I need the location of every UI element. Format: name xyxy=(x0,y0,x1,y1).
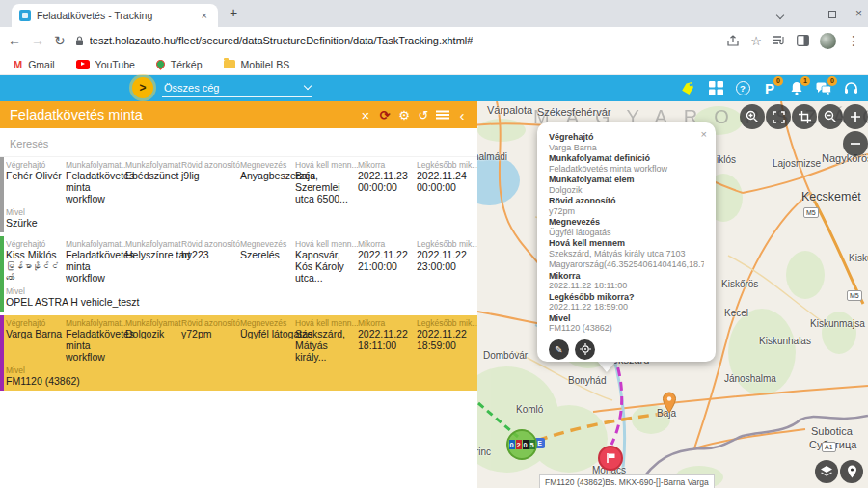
table-row-selected[interactable]: VégrehajtóVarga Barna Munkafolyamat...Fe… xyxy=(0,315,477,391)
reading-list-icon[interactable] xyxy=(773,35,786,46)
bookmarks-bar: M Gmail YouTube Térkép MobileLBS xyxy=(0,54,868,75)
map-label: halmádi xyxy=(477,151,507,162)
back-icon[interactable]: ← xyxy=(8,34,21,47)
panel-collapse-icon[interactable]: ‹ xyxy=(452,108,472,122)
new-tab-button[interactable]: + xyxy=(230,5,237,20)
map-label: Kecskemét xyxy=(801,190,861,203)
status-bar-gray xyxy=(0,157,4,232)
table-row[interactable]: VégrehajtóKiss Miklósမြန်မာနိုင်ငံတော် M… xyxy=(0,236,477,312)
bookmark-gmail[interactable]: M Gmail xyxy=(14,59,55,70)
popup-close-icon[interactable]: × xyxy=(701,128,707,140)
map-label: Jánoshalma xyxy=(724,373,776,384)
folder-icon xyxy=(224,60,235,68)
panel-history-icon[interactable]: ↺ xyxy=(414,109,433,122)
map-label: Kiskunhalas xyxy=(759,336,811,346)
road-badge-m5: M5 xyxy=(803,207,819,218)
notifications-bell-icon[interactable]: 1 xyxy=(787,79,806,98)
map-label: Kecel xyxy=(724,308,748,318)
popup-tail xyxy=(597,361,616,372)
crop-select-button[interactable] xyxy=(792,104,817,129)
address-bar: ← → ↻ teszt.holazauto.hu/fleet/secured/d… xyxy=(0,27,868,54)
zoom-box-out-button[interactable] xyxy=(818,104,843,129)
flag-icon xyxy=(606,452,616,464)
task-location-marker[interactable] xyxy=(598,446,623,471)
map-label: Dombóvár xyxy=(483,350,528,361)
bookmark-youtube[interactable]: YouTube xyxy=(76,59,135,70)
edit-icon: ✎ xyxy=(555,344,562,355)
crosshair-icon xyxy=(580,343,591,355)
map-label: Bonyhád xyxy=(568,375,606,386)
share-icon[interactable] xyxy=(726,35,740,47)
dashboard-grid-icon[interactable] xyxy=(706,79,725,98)
road-badge-m5: M5 xyxy=(847,290,862,301)
map-label: Kiskunmajsa xyxy=(810,318,865,329)
tab-search-icon[interactable] xyxy=(777,5,783,22)
lock-icon xyxy=(75,36,84,46)
map-label: Várpalota xyxy=(487,104,532,116)
map-label: Komló xyxy=(516,404,543,415)
reload-icon[interactable]: ↻ xyxy=(54,34,66,47)
road-badge-a1: A1 xyxy=(822,442,836,452)
browser-tab[interactable]: Feladatkövetés - Tracking × xyxy=(12,4,218,27)
window-minimize-button[interactable]: – xyxy=(802,8,809,19)
tab-strip: Feladatkövetés - Tracking × + – × xyxy=(0,0,868,27)
window-close-button[interactable]: × xyxy=(855,8,862,19)
messages-icon[interactable]: 0 xyxy=(814,79,833,98)
zoom-out-button[interactable] xyxy=(843,131,868,156)
bookmark-star-icon[interactable]: ☆ xyxy=(750,35,762,47)
tab-title: Feladatkövetés - Tracking xyxy=(37,10,193,21)
parking-badge: 0 xyxy=(773,76,783,86)
window-maximize-button[interactable] xyxy=(828,5,836,22)
vehicle-cluster-marker[interactable]: 0 2 0 5 xyxy=(506,429,537,460)
zoom-in-button[interactable] xyxy=(843,104,868,129)
youtube-icon xyxy=(76,60,90,69)
forward-icon: → xyxy=(31,34,44,47)
panel-refresh-icon[interactable]: ⟳ xyxy=(375,109,394,122)
destination-pin-marker[interactable] xyxy=(662,392,677,418)
company-select[interactable]: Összes cég xyxy=(162,78,312,97)
layers-button[interactable] xyxy=(815,460,838,483)
fullscreen-button[interactable] xyxy=(766,104,791,129)
panel-title: Feladatkövetés minta xyxy=(10,107,356,122)
tab-close-icon[interactable]: × xyxy=(199,10,210,22)
messages-badge: 0 xyxy=(827,76,837,86)
headset-icon[interactable] xyxy=(841,79,860,98)
search-input[interactable] xyxy=(8,137,461,150)
gmail-icon: M xyxy=(14,59,22,70)
map-canvas[interactable]: MAGYARORSZÁG Várpalota Székesfehérvár ha… xyxy=(477,101,868,488)
map-label: Kiskőrös xyxy=(721,279,758,289)
map-label: Lajosmizse xyxy=(773,158,821,169)
locate-button[interactable] xyxy=(575,339,595,360)
status-bar-purple xyxy=(0,315,4,391)
url-field[interactable]: teszt.holazauto.hu/fleet/secured/dataStr… xyxy=(75,35,718,46)
panel-header: Feladatkövetés minta × ⟳ ⚙ ↺ ‹ xyxy=(0,101,477,128)
tag-icon[interactable] xyxy=(679,79,698,98)
url-text: teszt.holazauto.hu/fleet/secured/dataStr… xyxy=(90,35,474,46)
location-pin-button[interactable] xyxy=(840,460,863,483)
parking-icon[interactable]: P 0 xyxy=(760,79,779,98)
table-row[interactable]: VégrehajtóFehér Olivér Munkafolyamat...F… xyxy=(0,157,477,232)
status-bar-green xyxy=(0,236,4,312)
zoom-box-in-button[interactable] xyxy=(740,104,765,129)
map-pin-icon xyxy=(154,58,167,70)
bookmark-mobilelbs[interactable]: MobileLBS xyxy=(224,59,290,70)
app-header: > Összes cég ? P 0 xyxy=(0,75,868,101)
profile-avatar[interactable] xyxy=(820,33,836,49)
map-label: iklós xyxy=(717,154,736,165)
task-panel: Feladatkövetés minta × ⟳ ⚙ ↺ ‹ Végrehajt… xyxy=(0,101,477,488)
tab-favicon-icon xyxy=(19,10,31,21)
bookmark-terkep[interactable]: Térkép xyxy=(156,59,203,70)
help-icon[interactable]: ? xyxy=(733,79,752,98)
side-panel-icon[interactable] xyxy=(797,35,809,46)
edit-task-button[interactable]: ✎ xyxy=(549,339,569,360)
map-label: Székesfehérvár xyxy=(537,106,610,118)
bell-badge: 1 xyxy=(800,76,810,86)
expand-panel-button[interactable]: > xyxy=(132,77,153,98)
panel-list-icon[interactable] xyxy=(433,109,452,122)
map-label: rinc xyxy=(477,447,491,457)
panel-settings-icon[interactable]: ⚙ xyxy=(394,109,414,122)
browser-menu-icon[interactable]: ⋮ xyxy=(847,34,860,47)
map-label: Kiskunfélegy xyxy=(849,253,868,263)
panel-close-icon[interactable]: × xyxy=(356,108,375,122)
company-select-value: Összes cég xyxy=(164,82,219,94)
